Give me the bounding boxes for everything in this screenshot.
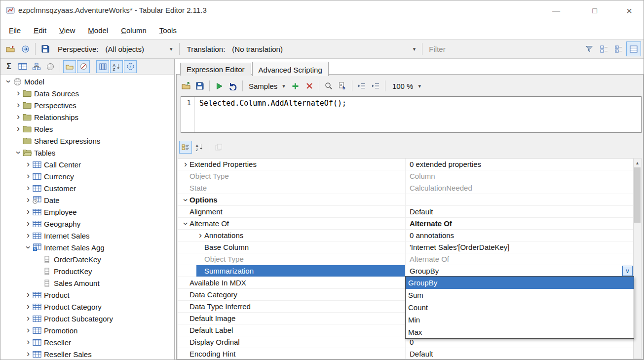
expanded-chevron-icon[interactable]: › [24, 243, 33, 251]
collapsed-chevron-icon[interactable]: › [24, 160, 32, 169]
property-row-alignment[interactable]: AlignmentDefault [178, 206, 633, 218]
dropdown-option-min[interactable]: Min [406, 314, 634, 326]
maximize-button[interactable]: □ [581, 0, 608, 21]
collapsed-chevron-icon[interactable]: › [196, 231, 204, 240]
property-row-annotations[interactable]: ›Annotations0 annotations [178, 230, 633, 241]
open-script-icon[interactable] [180, 80, 192, 92]
dropdown-option-max[interactable]: Max [406, 326, 634, 338]
property-name[interactable]: Available In MDX [178, 277, 406, 288]
menu-file[interactable]: File [2, 22, 27, 39]
flat-list-icon[interactable] [626, 41, 641, 56]
property-value[interactable]: CalculationNeeded [406, 182, 633, 194]
translation-select[interactable]: (No translation) ▾ [228, 43, 419, 55]
collapsed-chevron-icon[interactable]: › [14, 89, 22, 98]
tree-item-product[interactable]: ›Product [0, 289, 174, 301]
property-row-summarization[interactable]: SummarizationGroupBy∨ [178, 265, 633, 277]
property-name[interactable]: Base Column [178, 241, 406, 253]
expanded-chevron-icon[interactable]: › [181, 196, 190, 204]
expanded-chevron-icon[interactable]: › [181, 220, 190, 228]
tab-expression-editor[interactable]: Expression Editor [180, 63, 251, 76]
code-editor[interactable]: 1 Selected.Column.AddAlternateOf(); [181, 96, 642, 133]
display-folders-toggle-icon[interactable] [63, 60, 76, 73]
tree-item-employee[interactable]: ›Employee [0, 206, 174, 218]
property-value[interactable]: 0 extended properties [406, 159, 633, 170]
collapsed-chevron-icon[interactable]: › [24, 184, 32, 193]
property-row-extended-properties[interactable]: ›Extended Properties0 extended propertie… [178, 159, 633, 170]
minimize-button[interactable]: — [542, 0, 570, 21]
collapsed-chevron-icon[interactable]: › [14, 101, 22, 110]
expanded-chevron-icon[interactable]: › [4, 78, 13, 85]
collapsed-chevron-icon[interactable]: › [24, 350, 32, 359]
property-value[interactable]: 'Internet Sales'[OrderDateKey] [406, 241, 633, 253]
collapsed-chevron-icon[interactable]: › [24, 231, 32, 240]
close-button[interactable]: × [615, 0, 643, 21]
deploy-icon[interactable] [18, 41, 33, 56]
scrollbar-up-icon[interactable]: ▴ [634, 159, 641, 167]
property-name[interactable]: State [178, 182, 406, 194]
syntax-check-icon[interactable]: ab [336, 80, 349, 92]
save-script-icon[interactable] [193, 80, 206, 92]
delete-sample-icon[interactable] [303, 80, 316, 92]
collapse-all-icon[interactable] [597, 41, 611, 56]
property-value[interactable]: Column [406, 170, 633, 182]
expanded-chevron-icon[interactable]: › [14, 149, 23, 157]
menu-view[interactable]: View [53, 22, 81, 39]
tree-item-currency[interactable]: ›Currency [0, 170, 174, 182]
tree-item-reseller[interactable]: ›Reseller [0, 336, 174, 348]
save-icon[interactable] [38, 41, 53, 56]
outdent-icon[interactable] [355, 80, 368, 92]
property-value[interactable]: Default [406, 206, 633, 217]
hierarchies-filter-icon[interactable] [30, 60, 43, 73]
info-icon[interactable]: i [124, 60, 137, 73]
menu-model[interactable]: Model [81, 22, 114, 39]
dropdown-option-count[interactable]: Count [406, 301, 634, 314]
collapsed-chevron-icon[interactable]: › [24, 290, 32, 299]
property-row-object-type[interactable]: Object TypeColumn [178, 170, 633, 182]
tree-item-shared-expressions[interactable]: Shared Expressions [0, 135, 174, 147]
tree-item-data-sources[interactable]: ›Data Sources [0, 87, 174, 99]
columns-filter-icon[interactable] [16, 60, 29, 73]
property-name[interactable]: Default Image [178, 313, 406, 324]
find-icon[interactable] [322, 80, 335, 92]
property-row-alternate-of[interactable]: ›Alternate OfAlternate Of [178, 218, 633, 230]
property-name[interactable]: Object Type [178, 253, 406, 265]
collapsed-chevron-icon[interactable]: › [14, 124, 22, 133]
property-name[interactable]: Alignment [178, 206, 406, 217]
property-row-state[interactable]: StateCalculationNeeded [178, 182, 633, 194]
import-model-icon[interactable] [3, 41, 18, 56]
summarization-combo-button[interactable]: ∨ [622, 266, 633, 276]
measures-filter-icon[interactable]: Σ [2, 60, 15, 73]
tree-item-product-category[interactable]: ›Product Category [0, 301, 174, 313]
collapsed-chevron-icon[interactable]: › [24, 172, 32, 181]
property-value[interactable]: Alternate Of [406, 253, 633, 265]
property-name[interactable]: Display Ordinal [178, 336, 406, 348]
property-value[interactable]: GroupBy∨ [406, 265, 633, 277]
filter-icon[interactable] [582, 41, 597, 56]
tree-item-relationships[interactable]: ›Relationships [0, 111, 174, 123]
tree-item-customer[interactable]: ›Customer [0, 182, 174, 194]
dropdown-option-sum[interactable]: Sum [406, 289, 634, 301]
property-name[interactable]: Data Type Inferred [178, 301, 406, 312]
tree-item-reseller-sales[interactable]: ›Reseller Sales [0, 348, 174, 360]
tree-item-date[interactable]: ›Date [0, 194, 174, 206]
tree-item-internet-sales-agg[interactable]: ›fxInternet Sales Agg [0, 241, 174, 253]
tree-item-sales-amount[interactable]: Sales Amount [0, 277, 174, 289]
property-name[interactable]: ›Options [178, 194, 406, 205]
tree-item-productkey[interactable]: ProductKey [0, 265, 174, 277]
collapsed-chevron-icon[interactable]: › [24, 207, 32, 216]
kpis-filter-icon[interactable] [44, 60, 57, 73]
tree-item-orderdatekey[interactable]: OrderDateKey [0, 253, 174, 265]
categorized-view-icon[interactable] [179, 141, 192, 154]
scrollbar-thumb[interactable] [634, 167, 641, 223]
tree-item-geography[interactable]: ›Geography [0, 218, 174, 230]
collapsed-chevron-icon[interactable]: › [14, 113, 22, 121]
object-columns-icon[interactable] [96, 60, 109, 73]
tree-item-call-center[interactable]: ›Call Center [0, 159, 174, 170]
alphabetical-sort-icon[interactable]: AZ [193, 141, 206, 154]
property-grid-scrollbar[interactable]: ▴ [633, 158, 642, 359]
sort-alphabetical-icon[interactable]: AZ [110, 60, 123, 73]
property-row-encoding-hint[interactable]: Encoding HintDefault [178, 348, 633, 359]
property-name[interactable]: Data Category [178, 289, 406, 300]
collapsed-chevron-icon[interactable]: › [24, 314, 32, 323]
indent-icon[interactable] [369, 80, 382, 92]
